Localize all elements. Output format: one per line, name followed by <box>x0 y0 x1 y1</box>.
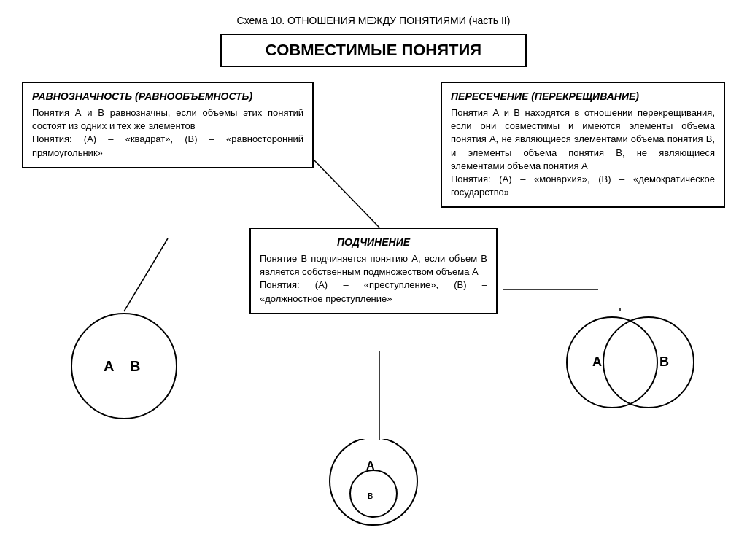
svg-point-9 <box>330 439 417 525</box>
right-diagram-label-b: В <box>659 354 669 369</box>
bottom-diagram-label-a: А <box>366 459 375 472</box>
right-box-main-text: Понятия А и В находятся в отношении пере… <box>451 107 715 171</box>
right-box-title: ПЕРЕСЕЧЕНИЕ (ПЕРЕКРЕЩИВАНИЕ) <box>451 90 715 102</box>
center-box-main-text: Понятие В подчиняется понятию А, если об… <box>260 253 487 277</box>
svg-point-6 <box>71 314 177 419</box>
schema-title: Схема 10. ОТНОШЕНИЯ МЕЖДУ ПОНЯТИЯМИ (час… <box>22 15 725 26</box>
svg-line-2 <box>314 160 379 228</box>
bottom-diagram-svg: А в <box>326 439 421 534</box>
left-diagram-label-b: В <box>130 358 140 374</box>
center-box: ПОДЧИНЕНИЕ Понятие В подчиняется понятию… <box>249 228 498 314</box>
svg-line-0 <box>124 238 168 311</box>
left-box-main-text: Понятия А и В равнозначны, если объемы э… <box>32 107 303 131</box>
main-title: СОВМЕСТИМЫЕ ПОНЯТИЯ <box>220 34 527 67</box>
left-diagram: А В <box>66 308 182 424</box>
center-box-title: ПОДЧИНЕНИЕ <box>260 236 487 248</box>
left-diagram-label-a: А <box>104 358 114 374</box>
left-box-example: Понятия: (А) – «квадрат», (В) – «равност… <box>32 133 303 158</box>
right-diagram-svg: А В <box>565 308 696 417</box>
center-box-text: Понятие В подчиняется понятию А, если об… <box>260 252 487 306</box>
left-box: РАВНОЗНАЧНОСТЬ (РАВНООБЪЕМНОСТЬ) Понятия… <box>22 82 314 168</box>
svg-point-7 <box>567 317 657 408</box>
left-box-text: Понятия А и В равнозначны, если объемы э… <box>32 106 303 160</box>
page: Схема 10. ОТНОШЕНИЯ МЕЖДУ ПОНЯТИЯМИ (час… <box>0 0 747 560</box>
left-box-title: РАВНОЗНАЧНОСТЬ (РАВНООБЪЕМНОСТЬ) <box>32 90 303 102</box>
right-diagram: А В <box>565 308 696 417</box>
content-layout: РАВНОЗНАЧНОСТЬ (РАВНООБЪЕМНОСТЬ) Понятия… <box>22 82 725 505</box>
right-box: ПЕРЕСЕЧЕНИЕ (ПЕРЕКРЕЩИВАНИЕ) Понятия А и… <box>441 82 725 208</box>
center-box-example: Понятия: (А) – «преступление», (В) – «до… <box>260 279 487 303</box>
right-diagram-label-a: А <box>592 354 602 369</box>
right-box-example: Понятия: (А) – «монархия», (В) – «демокр… <box>451 174 715 198</box>
svg-point-8 <box>603 317 694 408</box>
bottom-diagram-label-b: в <box>368 489 373 501</box>
svg-point-10 <box>350 470 397 517</box>
bottom-diagram: А в <box>326 439 421 534</box>
right-box-text: Понятия А и В находятся в отношении пере… <box>451 106 715 199</box>
left-diagram-svg: А В <box>66 308 182 424</box>
